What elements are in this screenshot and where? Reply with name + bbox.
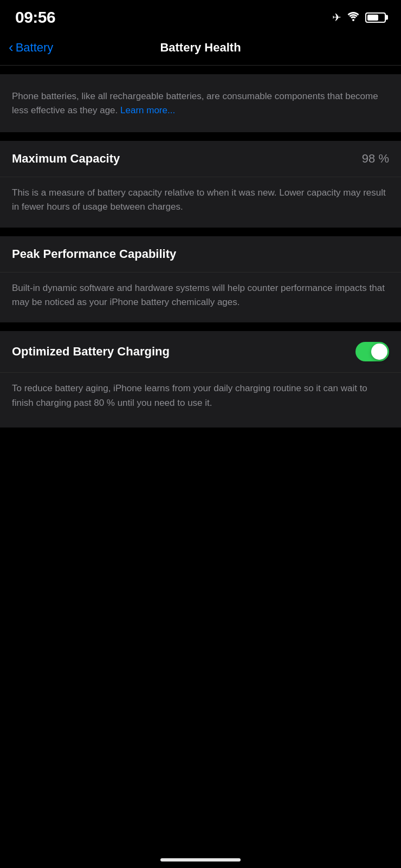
back-button[interactable]: ‹ Battery — [9, 41, 53, 55]
page-title: Battery Health — [160, 41, 241, 55]
peak-performance-title: Peak Performance Capability — [12, 247, 176, 261]
optimized-charging-body: To reduce battery aging, iPhone learns f… — [0, 373, 401, 427]
header-divider — [0, 65, 401, 66]
optimized-charging-header: Optimized Battery Charging — [0, 331, 401, 373]
optimized-charging-description: To reduce battery aging, iPhone learns f… — [12, 381, 389, 410]
optimized-charging-toggle[interactable] — [355, 342, 389, 361]
peak-performance-description: Built-in dynamic software and hardware s… — [12, 281, 389, 310]
status-bar: 09:56 ✈ — [0, 0, 401, 33]
back-chevron-icon: ‹ — [9, 40, 14, 54]
peak-performance-header: Peak Performance Capability — [0, 236, 401, 273]
svg-point-0 — [352, 19, 354, 21]
nav-header: ‹ Battery Battery Health — [0, 33, 401, 65]
maximum-capacity-section: Maximum Capacity 98 % This is a measure … — [0, 141, 401, 228]
status-time: 09:56 — [15, 8, 55, 27]
home-indicator — [160, 858, 241, 861]
toggle-knob — [371, 344, 387, 360]
content: Phone batteries, like all rechargeable b… — [0, 74, 401, 427]
maximum-capacity-header: Maximum Capacity 98 % — [0, 141, 401, 177]
battery-status-icon — [365, 12, 386, 23]
wifi-icon — [347, 11, 360, 24]
maximum-capacity-value: 98 % — [362, 152, 389, 166]
maximum-capacity-description: This is a measure of battery capacity re… — [12, 186, 389, 215]
learn-more-link[interactable]: Learn more... — [120, 105, 175, 115]
info-text: Phone batteries, like all rechargeable b… — [12, 89, 389, 117]
back-label: Battery — [16, 41, 54, 55]
maximum-capacity-body: This is a measure of battery capacity re… — [0, 177, 401, 228]
info-section: Phone batteries, like all rechargeable b… — [0, 74, 401, 132]
status-icons: ✈ — [332, 11, 386, 24]
optimized-charging-title: Optimized Battery Charging — [12, 345, 170, 359]
optimized-charging-section: Optimized Battery Charging To reduce bat… — [0, 331, 401, 427]
airplane-icon: ✈ — [332, 11, 341, 24]
maximum-capacity-title: Maximum Capacity — [12, 152, 120, 166]
peak-performance-body: Built-in dynamic software and hardware s… — [0, 273, 401, 323]
peak-performance-section: Peak Performance Capability Built-in dyn… — [0, 236, 401, 323]
